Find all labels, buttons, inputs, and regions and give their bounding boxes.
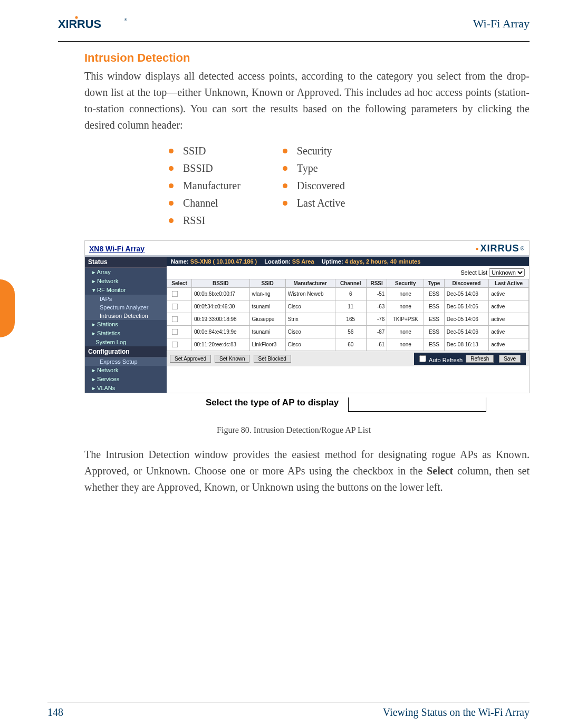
bullet-dot-icon [283,166,287,171]
bullet-item: RSSI [169,215,241,227]
bullet-label: BSSID [183,162,213,174]
bullet-item: Security [283,145,345,157]
body-paragraph-2: The Intrusion Detection window provides … [84,446,530,496]
auto-refresh-toggle[interactable]: Auto Refresh [417,354,463,364]
device-title: XN8 Wi-Fi Array [89,245,145,253]
sidebar-item-array[interactable]: ▸ Array [85,268,167,277]
sidebar-sub-spectrum[interactable]: Spectrum Analyzer [85,303,167,312]
sidebar-item-rf-monitor[interactable]: ▾ RF Monitor [85,286,167,295]
sidebar-sub-intrusion[interactable]: Intrusion Detection [85,312,167,320]
sidebar-item-network[interactable]: ▸ Network [85,277,167,286]
footer-title: Viewing Status on the Wi-Fi Array [383,706,530,719]
sidebar-item-express[interactable]: Express Setup [85,357,167,366]
ap-table: Select BSSID SSID Manufacturer Channel R… [167,279,529,351]
bullet-item: Manufacturer [169,180,241,192]
bullet-item: Type [283,162,345,174]
sidebar-item-statistics[interactable]: ▸ Statistics [85,329,167,338]
xirrus-logo-inline: ● XIRRUS® [476,243,525,254]
col-channel[interactable]: Channel [335,279,366,288]
sidebar-heading-config: Configuration [85,346,167,357]
bullet-label: Last Active [297,197,345,209]
sidebar-heading-status: Status [85,257,167,268]
bullet-label: RSSI [183,215,205,227]
row-select-checkbox[interactable] [172,329,178,335]
callout-connector [348,397,486,412]
bullet-item: BSSID [169,162,241,174]
table-row: 00:11:20:ee:dc:83LinkFloor3Cisco60-61non… [167,338,529,351]
brand-logo: XIRRUS ® [58,16,137,32]
bullet-dot-icon [283,149,287,153]
bullet-col-right: Security Type Discovered Last Active [283,140,345,232]
bullet-item: Channel [169,197,241,209]
bullet-label: Type [297,162,318,174]
bullet-columns: SSID BSSID Manufacturer Channel RSSI Sec… [169,140,530,232]
table-row: 00:0e:84:e4:19:9etsunamiCisco56-87noneES… [167,326,529,338]
sidebar-item-systemlog[interactable]: System Log [85,338,167,346]
svg-text:XIRRUS: XIRRUS [58,17,101,31]
bullet-dot-icon [283,183,287,188]
row-select-checkbox[interactable] [172,316,178,323]
bullet-label: Channel [183,197,218,209]
bullet-item: Last Active [283,197,345,209]
bullet-dot-icon [169,201,174,206]
bullet-item: Discovered [283,180,345,192]
col-security[interactable]: Security [387,279,424,288]
callout-text: Select the type of AP to display [206,397,339,408]
sidebar-sub-iaps[interactable]: IAPs [85,295,167,303]
svg-text:®: ® [124,17,127,22]
bullet-label: SSID [183,145,206,157]
bullet-item: SSID [169,145,241,157]
refresh-button[interactable]: Refresh [466,355,494,363]
embedded-screenshot: XN8 Wi-Fi Array ● XIRRUS® Status ▸ Array… [84,240,530,393]
sidebar-item-services[interactable]: ▸ Services [85,375,167,384]
set-blocked-button[interactable]: Set Blocked [254,355,291,363]
set-approved-button[interactable]: Set Approved [170,355,211,363]
page-footer: 148 Viewing Status on the Wi-Fi Array [47,703,530,719]
col-type[interactable]: Type [424,279,445,288]
save-button[interactable]: Save [499,355,521,363]
bullet-dot-icon [169,183,174,188]
set-known-button[interactable]: Set Known [215,355,249,363]
col-last-active[interactable]: Last Active [489,279,529,288]
page-number: 148 [47,706,63,719]
bullet-label: Discovered [297,180,345,192]
page-header: XIRRUS ® Wi-Fi Array [58,16,530,32]
bullet-dot-icon [169,149,174,153]
figure-caption: Figure 80. Intrusion Detection/Rogue AP … [58,425,530,435]
header-title: Wi-Fi Array [473,17,530,31]
col-rssi[interactable]: RSSI [366,279,387,288]
bullet-dot-icon [169,166,174,171]
sidebar-item-stations[interactable]: ▸ Stations [85,320,167,329]
header-rule [58,41,530,42]
col-ssid[interactable]: SSID [249,279,285,288]
select-list-label: Select List [460,269,487,276]
table-row: 00:0f:34:c0:46:30tsunamiCisco11-63noneES… [167,300,529,313]
bullet-label: Security [297,145,332,157]
intro-paragraph: This window displays all detected access… [84,68,530,133]
table-row: 00:0b:6b:e0:00:f7wlan-ngWistron Neweb6-5… [167,288,529,300]
info-bar: Name: SS-XN8 ( 10.100.47.186 ) Location:… [167,257,529,266]
table-row: 00:19:33:00:18:98GiuseppeStrix165-76TKIP… [167,313,529,326]
section-heading: Intrusion Detection [84,51,530,65]
row-select-checkbox[interactable] [172,342,178,348]
bullet-col-left: SSID BSSID Manufacturer Channel RSSI [169,140,241,232]
select-list-dropdown[interactable]: Unknown [489,268,525,277]
side-tab-decorator [0,279,15,337]
col-bssid[interactable]: BSSID [192,279,250,288]
col-select[interactable]: Select [167,279,192,288]
bullet-dot-icon [283,201,287,206]
sidebar-item-cfg-network[interactable]: ▸ Network [85,366,167,375]
xirrus-logo-icon: XIRRUS ® [58,16,137,32]
sidebar-item-vlans[interactable]: ▸ VLANs [85,384,167,393]
nav-sidebar: Status ▸ Array ▸ Network ▾ RF Monitor IA… [85,257,167,393]
row-select-checkbox[interactable] [172,291,178,297]
bullet-dot-icon [169,218,174,223]
row-select-checkbox[interactable] [172,304,178,310]
col-discovered[interactable]: Discovered [444,279,488,288]
col-mfr[interactable]: Manufacturer [285,279,335,288]
bullet-label: Manufacturer [183,180,241,192]
